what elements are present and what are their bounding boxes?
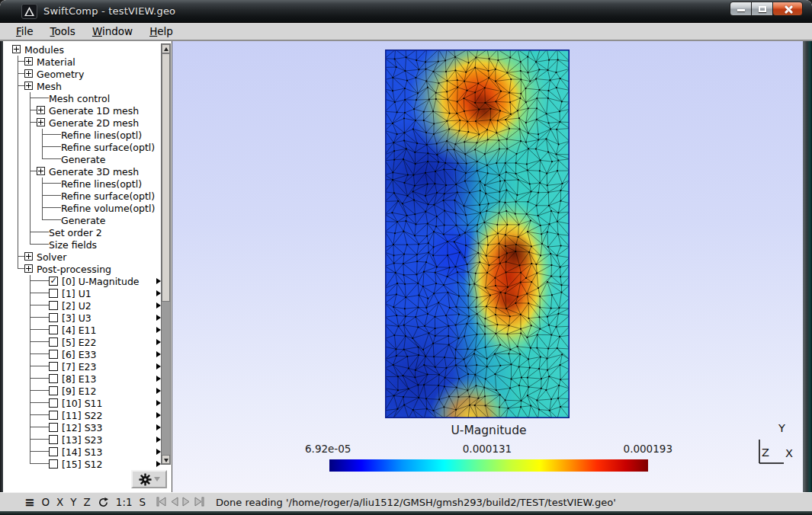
view-checkbox[interactable] — [49, 435, 58, 444]
expand-plus-icon[interactable] — [24, 69, 33, 78]
post-processing-options-button[interactable] — [131, 470, 167, 488]
tree-item-label: Refine lines(optl) — [61, 130, 142, 141]
tree-item[interactable]: Size fields — [12, 238, 161, 251]
tree-item[interactable]: [13] S23 — [12, 433, 161, 446]
tree-item[interactable]: Solver — [12, 251, 161, 263]
tree-item[interactable]: Post-processing — [12, 263, 161, 275]
graphics-viewport[interactable]: U-Magnitude 6.92e-05 0.000131 0.000193 Y… — [172, 41, 803, 492]
tree-item[interactable]: [3] U3 — [12, 312, 161, 324]
tree-item[interactable]: [10] S11 — [12, 397, 161, 409]
expand-plus-icon[interactable] — [37, 167, 45, 175]
tree-item[interactable]: [15] S12 — [12, 458, 161, 470]
tree-item[interactable]: [5] E22 — [12, 336, 161, 348]
scroll-down-button[interactable] — [162, 455, 170, 464]
skip-start-icon[interactable] — [156, 495, 167, 510]
step-forward-icon[interactable] — [194, 495, 205, 510]
view-checkbox[interactable] — [49, 459, 58, 469]
y-view-button[interactable]: Y — [70, 496, 76, 508]
tree-item[interactable]: [14] S13 — [12, 446, 161, 458]
menu-tools[interactable]: Tools — [42, 24, 84, 39]
view-checkbox[interactable] — [49, 313, 58, 322]
tree-item[interactable]: Mesh control — [12, 92, 161, 104]
tree-item[interactable]: ✓[0] U-Magnitude — [12, 275, 161, 287]
z-view-button[interactable]: Z — [84, 496, 91, 508]
tree-item[interactable]: Generate — [12, 214, 161, 226]
mesh-plot[interactable] — [385, 50, 570, 418]
rotate-icon[interactable] — [98, 497, 109, 508]
scroll-up-button[interactable] — [162, 44, 170, 53]
minimize-button[interactable] — [730, 2, 752, 16]
expand-plus-icon[interactable] — [12, 45, 21, 53]
view-checkbox[interactable] — [49, 350, 58, 359]
models-menu-icon[interactable]: ≡ — [24, 495, 34, 510]
x-view-button[interactable]: X — [56, 496, 63, 508]
tree-item[interactable]: Geometry — [12, 68, 161, 80]
tree-item-label: Material — [37, 56, 75, 68]
tree-item[interactable]: [1] U1 — [12, 287, 161, 299]
tree-item[interactable]: Generate — [12, 153, 161, 165]
tree-item[interactable]: [12] S33 — [12, 421, 161, 433]
tree-item[interactable]: Refine lines(optl) — [12, 178, 161, 190]
maximize-button[interactable] — [751, 2, 773, 16]
expand-plus-icon[interactable] — [24, 252, 33, 261]
tree-item[interactable]: Refine surface(optl) — [12, 141, 161, 153]
expand-plus-icon[interactable] — [24, 264, 33, 273]
colorbar-min-value: 6.92e-05 — [305, 443, 351, 455]
tree-item-label: [11] S22 — [62, 410, 102, 421]
window-controls — [730, 2, 803, 16]
expand-plus-icon[interactable] — [24, 82, 33, 90]
view-checkbox[interactable] — [49, 423, 58, 432]
step-back-icon[interactable] — [169, 495, 179, 510]
selection-mode-button[interactable]: S — [140, 496, 146, 508]
expand-plus-icon[interactable] — [24, 57, 33, 66]
play-icon[interactable] — [181, 495, 191, 510]
tree-item[interactable]: [8] E13 — [12, 373, 161, 385]
tree-item[interactable]: Material — [12, 56, 161, 68]
view-checkbox[interactable] — [49, 447, 58, 456]
menu-file[interactable]: File — [8, 24, 42, 39]
ortho-button[interactable]: O — [41, 496, 50, 508]
tree-item[interactable]: Generate 3D mesh — [12, 165, 161, 178]
view-checkbox[interactable] — [49, 374, 58, 383]
tree-item-label: Set order 2 — [49, 227, 102, 238]
menu-window[interactable]: Window — [84, 24, 141, 39]
expand-plus-icon[interactable] — [37, 106, 45, 114]
tree-item-label: [4] E11 — [62, 325, 96, 336]
tree-item[interactable]: Refine volume(optl) — [12, 202, 161, 214]
tree-item[interactable]: Refine surface(optl) — [12, 190, 161, 202]
view-checkbox[interactable] — [49, 386, 58, 395]
tree-scrollbar[interactable] — [161, 43, 171, 465]
view-checkbox[interactable] — [49, 325, 58, 334]
menu-help[interactable]: Help — [141, 24, 181, 39]
scrollbar-thumb[interactable] — [162, 53, 170, 302]
tree-item[interactable]: Refine lines(optl) — [12, 129, 161, 141]
tree-item[interactable]: Set order 2 — [12, 226, 161, 238]
gear-icon — [139, 473, 152, 486]
colorbar-mid-value: 0.000131 — [463, 443, 512, 455]
view-checkbox[interactable]: ✓ — [49, 277, 58, 286]
tree-item[interactable]: [6] E33 — [12, 348, 161, 360]
tree-item[interactable]: [4] E11 — [12, 324, 161, 336]
zoom-1-1-button[interactable]: 1:1 — [116, 496, 133, 508]
view-checkbox[interactable] — [49, 301, 58, 310]
tree-item-label: [8] E13 — [62, 373, 96, 385]
tree-item[interactable]: Generate 2D mesh — [12, 117, 161, 129]
tree-item[interactable]: Mesh — [12, 80, 161, 92]
tree-item[interactable]: [11] S22 — [12, 409, 161, 421]
view-checkbox[interactable] — [49, 398, 58, 408]
view-checkbox[interactable] — [49, 411, 58, 420]
tree-item[interactable]: Modules — [12, 43, 161, 56]
tree-item-label: [9] E12 — [62, 385, 96, 397]
expand-plus-icon[interactable] — [37, 118, 45, 126]
title-bar[interactable]: SwiftComp - testVIEW.geo — [0, 0, 812, 23]
window-border-right — [803, 41, 812, 511]
view-checkbox[interactable] — [49, 362, 58, 371]
tree-item[interactable]: [2] U2 — [12, 299, 161, 312]
close-button[interactable] — [772, 2, 803, 16]
tree-item[interactable]: Generate 1D mesh — [12, 104, 161, 117]
tree-item-label: [3] U3 — [62, 312, 91, 324]
view-checkbox[interactable] — [49, 289, 58, 298]
tree-item[interactable]: [7] E23 — [12, 360, 161, 373]
tree-item[interactable]: [9] E12 — [12, 385, 161, 397]
view-checkbox[interactable] — [49, 337, 58, 347]
